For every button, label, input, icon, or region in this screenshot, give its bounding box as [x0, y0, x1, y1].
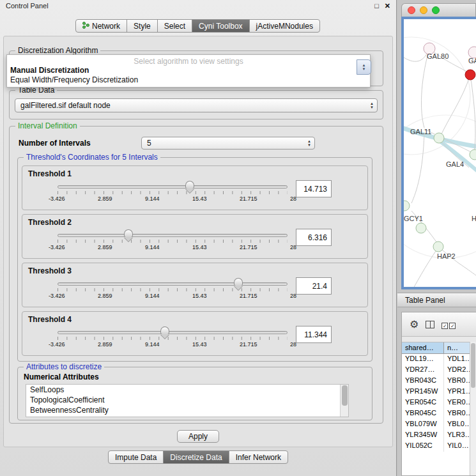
- slider-scale: -3.4262.8599.14415.4321.71528: [49, 244, 296, 250]
- node-label: GAL80: [427, 52, 449, 60]
- network-canvas[interactable]: GAL80 GAL11 GAL4 GCY1 HAP2 GA H: [404, 19, 476, 287]
- network-graph: GAL80 GAL11 GAL4 GCY1 HAP2 GA H: [404, 19, 476, 287]
- table-row[interactable]: YPR145WYPR1…: [402, 387, 470, 397]
- slider-track[interactable]: [58, 331, 288, 334]
- threshold-label: Threshold 2: [28, 218, 72, 227]
- node-green[interactable]: [470, 150, 476, 160]
- select-none-icon[interactable]: ✓: [449, 323, 456, 329]
- threshold-4-value-field[interactable]: 11.344: [296, 326, 332, 343]
- list-item[interactable]: BetweennessCentrality: [26, 405, 348, 415]
- numerical-attributes-label: Numerical Attributes: [24, 372, 99, 381]
- table-row[interactable]: YDR27…YDR2…: [402, 365, 470, 376]
- column-header-shared-name[interactable]: shared…: [402, 342, 444, 353]
- zoom-traffic-light[interactable]: [432, 6, 440, 14]
- control-panel: Control Panel □ ✕ Network Style Select: [0, 0, 397, 476]
- list-scrollbar[interactable]: [340, 385, 348, 417]
- close-icon[interactable]: ✕: [385, 2, 390, 10]
- tab-label: Impute Data: [115, 453, 157, 462]
- table-row[interactable]: YBL079WYBL0…: [402, 419, 470, 430]
- tab-jactivemnodules[interactable]: jActiveMNodules: [249, 19, 320, 33]
- node-label-partial: GA: [468, 57, 476, 65]
- tab-select[interactable]: Select: [157, 19, 192, 33]
- node-green[interactable]: [416, 223, 426, 233]
- slider-thumb[interactable]: [160, 326, 169, 334]
- node-gcy1[interactable]: [404, 201, 410, 211]
- combo-value: 5: [147, 139, 304, 148]
- threshold-1-value-field[interactable]: 14.713: [296, 180, 332, 197]
- slider-track[interactable]: [58, 185, 288, 188]
- table-row[interactable]: YBR045CYBR0…: [402, 408, 470, 419]
- tab-infer-network[interactable]: Infer Network: [229, 450, 288, 464]
- table-row[interactable]: YIL052CYIL0…: [402, 441, 470, 452]
- stepper-icon: ▲▼: [367, 99, 377, 112]
- threshold-label: Threshold 4: [28, 315, 72, 324]
- column-header-name[interactable]: n…: [444, 342, 470, 353]
- columns-icon[interactable]: [426, 321, 434, 328]
- thresholds-group: Threshold's Coordinates for 5 Intervals …: [17, 157, 372, 362]
- tab-impute-data[interactable]: Impute Data: [108, 450, 164, 464]
- threshold-4-slider[interactable]: -3.4262.8599.14415.4321.71528: [58, 326, 288, 353]
- threshold-1-box: Threshold 1 -3.4262.8599.14415.4321.7152…: [22, 165, 368, 210]
- apply-button[interactable]: Apply: [177, 430, 219, 443]
- network-window-frame: GAL80 GAL11 GAL4 GCY1 HAP2 GA H: [401, 17, 476, 289]
- top-tab-bar: Network Style Select Cyni Toolbox jActiv…: [0, 19, 396, 33]
- interval-definition-group: Interval Definition Number of Intervals …: [9, 126, 383, 424]
- dropdown-option-manual[interactable]: Manual Discretization: [7, 66, 370, 75]
- node-green[interactable]: [434, 133, 444, 143]
- table-panel: ⚙ ✓✓ shared… n… YDL19…YDL1… YDR27…YDR2… …: [401, 312, 476, 476]
- table-row[interactable]: YBR043CYBR0…: [402, 376, 470, 387]
- cyni-toolbox-panel: Discretization Algorithm Select algorith…: [3, 36, 393, 447]
- tab-label: Style: [134, 22, 151, 31]
- slider-ticks: [58, 288, 288, 291]
- tab-discretize-data[interactable]: Discretize Data: [163, 450, 229, 464]
- gear-icon[interactable]: ⚙: [410, 319, 418, 330]
- tab-label: Select: [164, 22, 185, 31]
- number-of-intervals-row: Number of Intervals 5 ▲▼: [19, 137, 374, 150]
- attributes-to-discretize-group: Attributes to discretize Numerical Attri…: [17, 367, 372, 420]
- tab-label: Network: [92, 22, 120, 31]
- slider-thumb[interactable]: [124, 229, 133, 237]
- node-selected-red[interactable]: [465, 70, 475, 80]
- number-of-intervals-combobox[interactable]: 5 ▲▼: [141, 137, 315, 150]
- table-panel-title: Table Panel: [405, 296, 445, 305]
- tab-network[interactable]: Network: [75, 19, 127, 33]
- threshold-label: Threshold 3: [28, 266, 72, 275]
- network-window-titlebar: [401, 3, 476, 17]
- tab-cyni-toolbox[interactable]: Cyni Toolbox: [192, 19, 249, 33]
- table-row[interactable]: YDL19…YDL1…: [402, 354, 470, 365]
- table-header-row: shared… n…: [402, 342, 470, 354]
- threshold-3-value-field[interactable]: 21.4: [296, 277, 332, 295]
- node-hap2[interactable]: [433, 242, 443, 252]
- slider-thumb[interactable]: [234, 278, 243, 286]
- minimize-traffic-light[interactable]: [420, 6, 427, 14]
- slider-track[interactable]: [58, 234, 288, 237]
- dropdown-option-equal-width[interactable]: Equal Width/Frequency Discretization: [7, 75, 370, 85]
- select-all-icon[interactable]: ✓: [441, 323, 448, 329]
- table-row[interactable]: YLR345WYLR3…: [402, 430, 470, 441]
- close-traffic-light[interactable]: [408, 6, 415, 14]
- node-label: GCY1: [404, 215, 423, 222]
- stepper-icon: ▲▼: [304, 137, 314, 149]
- threshold-label: Threshold 1: [28, 169, 72, 178]
- group-title: Interval Definition: [15, 121, 80, 130]
- algorithm-combo-stepper[interactable]: ▲ ▼: [357, 59, 371, 75]
- table-row[interactable]: YER054CYER0…: [402, 397, 470, 408]
- slider-scale: -3.4262.8599.14415.4321.71528: [49, 293, 296, 299]
- list-item[interactable]: SelfLoops: [26, 385, 348, 395]
- threshold-1-slider[interactable]: -3.4262.8599.14415.4321.71528: [58, 180, 288, 207]
- table-data-combobox[interactable]: galFiltered.sif default node ▲▼: [15, 98, 378, 112]
- threshold-2-slider[interactable]: -3.4262.8599.14415.4321.71528: [58, 229, 288, 256]
- tab-style[interactable]: Style: [127, 19, 158, 33]
- table-scrollbar[interactable]: [470, 342, 476, 475]
- threshold-3-slider[interactable]: -3.4262.8599.14415.4321.71528: [58, 277, 288, 304]
- slider-thumb[interactable]: [185, 181, 194, 188]
- slider-ticks: [58, 240, 288, 243]
- slider-track[interactable]: [58, 282, 288, 286]
- scrollbar-thumb[interactable]: [471, 343, 475, 388]
- scrollbar-thumb[interactable]: [342, 385, 348, 406]
- list-item[interactable]: TopologicalCoefficient: [26, 395, 348, 405]
- threshold-2-value-field[interactable]: 6.316: [296, 229, 332, 246]
- select-checkboxes: ✓✓: [441, 319, 456, 330]
- tab-label: Cyni Toolbox: [199, 22, 242, 31]
- float-window-icon[interactable]: □: [374, 2, 379, 10]
